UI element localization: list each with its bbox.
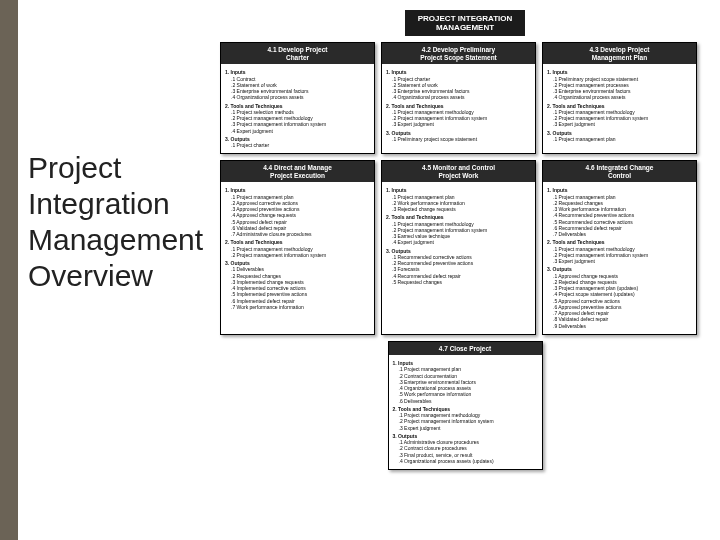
process-box-4-4: 4.4 Direct and ManageProject Execution1.… [220,160,375,334]
section-item: .4 Expert judgment [231,128,370,134]
section-item: .2 Project management information system [231,252,370,258]
process-box-4-2: 4.2 Develop PreliminaryProject Scope Sta… [381,42,536,154]
diagram: PROJECT INTEGRATIONMANAGEMENT 4.1 Develo… [220,10,710,470]
process-box-body: 1. Inputs.1 Preliminary project scope st… [543,64,696,147]
section-item: .1 Project charter [231,142,370,148]
section-item: .7 Work performance information [231,304,370,310]
section-item: .5 Requested changes [392,279,531,285]
section-item: .3 Expert judgment [553,258,692,264]
section-item: .9 Deliverables [553,323,692,329]
process-box-4-5: 4.5 Monitor and ControlProject Work1. In… [381,160,536,334]
root-header: PROJECT INTEGRATIONMANAGEMENT [405,10,525,36]
process-box-body: 1. Inputs.1 Project management plan.2 Co… [389,355,542,469]
process-box-body: 1. Inputs.1 Project management plan.2 Ap… [221,182,374,315]
section-item: .1 Preliminary project scope statement [392,136,531,142]
process-box-body: 1. Inputs.1 Project charter.2 Statement … [382,64,535,147]
section-item: .4 Organizational process assets [231,94,370,100]
section-item: .6 Deliverables [399,398,538,404]
side-accent [0,0,18,540]
process-box-body: 1. Inputs.1 Contract.2 Statement of work… [221,64,374,153]
process-box-header: 4.5 Monitor and ControlProject Work [382,161,535,182]
process-box-47-wrap: 4.7 Close Project1. Inputs.1 Project man… [220,341,710,470]
process-box-header: 4.3 Develop ProjectManagement Plan [543,43,696,64]
process-box-4-3: 4.3 Develop ProjectManagement Plan1. Inp… [542,42,697,154]
section-item: .1 Project management plan [553,136,692,142]
section-item: .3 Expert judgment [553,121,692,127]
section-item: .7 Administrative closure procedures [231,231,370,237]
process-box-header: 4.7 Close Project [389,342,542,355]
process-box-header: 4.6 Integrated ChangeControl [543,161,696,182]
boxes-container: 4.1 Develop ProjectCharter1. Inputs.1 Co… [220,42,710,470]
process-box-body: 1. Inputs.1 Project management plan.2 Re… [543,182,696,334]
section-item: .4 Organizational process assets [392,94,531,100]
process-box-header: 4.1 Develop ProjectCharter [221,43,374,64]
process-box-4-1: 4.1 Develop ProjectCharter1. Inputs.1 Co… [220,42,375,154]
section-item: .7 Deliverables [553,231,692,237]
process-box-header: 4.2 Develop PreliminaryProject Scope Sta… [382,43,535,64]
process-box-4-7: 4.7 Close Project1. Inputs.1 Project man… [388,341,543,470]
section-item: .3 Expert judgment [399,425,538,431]
section-item: .3 Expert judgment [392,121,531,127]
section-item: .4 Organizational process assets (update… [399,458,538,464]
process-box-header: 4.4 Direct and ManageProject Execution [221,161,374,182]
section-item: .4 Organizational process assets [553,94,692,100]
slide-title: ProjectIntegrationManagementOverview [28,150,203,294]
section-item: .4 Expert judgment [392,239,531,245]
process-box-body: 1. Inputs.1 Project management plan.2 Wo… [382,182,535,290]
section-item: .3 Rejected change requests [392,206,531,212]
process-box-4-6: 4.6 Integrated ChangeControl1. Inputs.1 … [542,160,697,334]
